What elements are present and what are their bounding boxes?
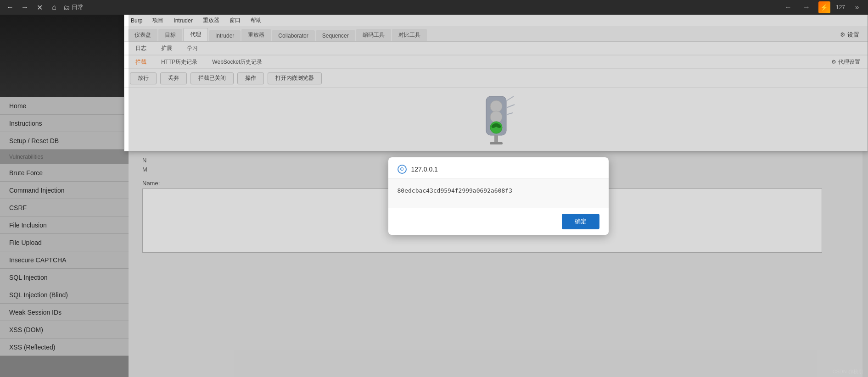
os-home-button[interactable]: ⌂	[49, 2, 60, 13]
sidebar-item-sql-injection-blind[interactable]: SQL Injection (Blind)	[0, 286, 129, 304]
sidebar-item-sql-injection[interactable]: SQL Injection	[0, 269, 129, 286]
os-clock: 127	[836, 4, 845, 11]
sidebar-item-brute-force[interactable]: Brute Force	[0, 164, 129, 182]
os-back-nav[interactable]: ←	[782, 1, 795, 14]
sidebar-item-home[interactable]: Home	[0, 97, 129, 115]
dvwa-header	[0, 15, 129, 97]
folder-icon: 🗂	[63, 4, 70, 11]
os-taskbar: ← → ✕ ⌂ 🗂 日常 ← → ⚡ 127 »	[0, 0, 868, 15]
sidebar-item-instructions[interactable]: Instructions	[0, 115, 129, 132]
alert-site-icon: ⊕	[398, 165, 407, 174]
os-folder-label: 🗂 日常	[63, 3, 84, 11]
os-taskbar-right: ← → ⚡ 127 »	[782, 1, 863, 14]
sidebar-item-file-upload[interactable]: File Upload	[0, 234, 129, 251]
os-extend-btn[interactable]: »	[851, 1, 863, 14]
dvwa-navigation: Home Instructions Setup / Reset DB Vulne…	[0, 97, 129, 377]
os-forward-button[interactable]: →	[19, 2, 30, 13]
sidebar-item-weak-session[interactable]: Weak Session IDs	[0, 304, 129, 321]
os-forward-nav[interactable]: →	[800, 1, 813, 14]
alert-ok-button[interactable]: 确定	[562, 214, 599, 229]
alert-url: 127.0.0.1	[411, 166, 438, 173]
sidebar-item-csrf[interactable]: CSRF	[0, 199, 129, 216]
alert-header: ⊕ 127.0.0.1	[388, 157, 609, 178]
sidebar-item-xss-dom[interactable]: XSS (DOM)	[0, 321, 129, 338]
sidebar-item-xss-reflected[interactable]: XSS (Reflected)	[0, 338, 129, 356]
dvwa-vulnerabilities-section: Vulnerabilities	[0, 150, 129, 164]
alert-dialog: ⊕ 127.0.0.1 80edcbac43cd9594f2999a0692a6…	[388, 157, 609, 235]
alert-overlay: ⊕ 127.0.0.1 80edcbac43cd9594f2999a0692a6…	[129, 15, 868, 377]
alert-footer: 确定	[388, 208, 609, 235]
os-taskbar-left: ← → ✕ ⌂ 🗂 日常	[5, 2, 84, 13]
sidebar-item-insecure-captcha[interactable]: Insecure CAPTCHA	[0, 251, 129, 269]
dvwa-sidebar: Home Instructions Setup / Reset DB Vulne…	[0, 15, 129, 377]
sidebar-item-setup[interactable]: Setup / Reset DB	[0, 132, 129, 150]
sidebar-item-file-inclusion[interactable]: File Inclusion	[0, 216, 129, 234]
alert-message-text: 80edcbac43cd9594f2999a0692a608f3	[398, 183, 599, 199]
alert-body: 80edcbac43cd9594f2999a0692a608f3	[388, 178, 609, 208]
os-close-button[interactable]: ✕	[34, 2, 45, 13]
os-back-button[interactable]: ←	[5, 2, 16, 13]
burp-taskbar-icon[interactable]: ⚡	[818, 1, 830, 13]
sidebar-item-command-injection[interactable]: Command Injection	[0, 182, 129, 199]
folder-name: 日常	[72, 3, 84, 11]
